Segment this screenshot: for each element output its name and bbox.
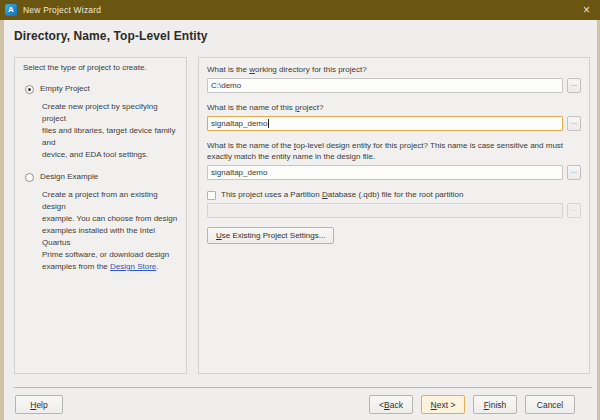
label-part: roject? <box>300 103 324 112</box>
browse-project-name-button[interactable]: ... <box>567 116 581 131</box>
checkbox-unchecked-icon <box>207 191 216 200</box>
project-name-input[interactable]: signaltap_demo <box>207 116 563 131</box>
label-part: What is the name of the <box>207 141 294 150</box>
partition-db-row: ... <box>207 203 581 218</box>
titlebar: A New Project Wizard × <box>0 0 600 20</box>
radio-selected-icon <box>25 85 34 94</box>
radio-unselected-icon <box>25 173 34 182</box>
input-value: signaltap_demo <box>211 119 267 129</box>
partition-db-input <box>207 203 563 218</box>
close-icon[interactable]: × <box>583 4 590 16</box>
working-directory-input[interactable]: C:\demo <box>207 78 563 93</box>
screen: { "window": { "title": "New Project Wiza… <box>0 0 600 420</box>
top-level-entity-row: signaltap_demo ... <box>207 165 581 180</box>
radio-empty-project-label: Empty Project <box>40 84 90 94</box>
quartus-app-icon: A <box>5 4 17 16</box>
project-type-intro: Select the type of project to create. <box>23 63 178 73</box>
input-value: signaltap_demo <box>211 168 267 178</box>
label-part: se Existing Project Settings... <box>222 231 326 241</box>
use-existing-settings-button[interactable]: Use Existing Project Settings... <box>207 227 334 244</box>
next-button[interactable]: Next > <box>421 395 465 414</box>
page-title: Directory, Name, Top-Level Entity <box>14 29 208 43</box>
back-button[interactable]: < Back <box>369 395 413 414</box>
browse-partition-db-button: ... <box>567 203 581 218</box>
cancel-button[interactable]: Cancel <box>525 395 575 414</box>
finish-button[interactable]: Finish <box>473 395 517 414</box>
label-part: atabase (.qdb) file for the root partiti… <box>328 190 464 199</box>
footer-separator <box>14 387 592 388</box>
description-text: Create a project from an existing design… <box>42 190 177 271</box>
design-store-link[interactable]: Design Store <box>110 262 156 271</box>
partition-db-label: This project uses a Partition Database (… <box>221 190 463 200</box>
browse-entity-button[interactable]: ... <box>567 165 581 180</box>
radio-design-example[interactable]: Design Example <box>25 172 178 182</box>
browse-directory-button[interactable]: ... <box>567 78 581 93</box>
working-directory-row: C:\demo ... <box>207 78 581 93</box>
new-project-wizard-dialog: Directory, Name, Top-Level Entity Select… <box>4 20 597 420</box>
text-cursor <box>268 119 269 128</box>
label-part: inish <box>489 400 506 410</box>
label-part: ext > <box>437 400 456 410</box>
label-part: What is the <box>207 65 249 74</box>
quartus-app-icon-glyph: A <box>8 6 14 14</box>
partition-db-checkbox-row[interactable]: This project uses a Partition Database (… <box>207 190 581 200</box>
project-name-label: What is the name of this project? <box>207 102 581 113</box>
label-part: What is the name of this <box>207 103 295 112</box>
project-name-row: signaltap_demo ... <box>207 116 581 131</box>
empty-project-description: Create new project by specifying project… <box>42 101 178 161</box>
project-type-panel: Select the type of project to create. Em… <box>14 57 187 374</box>
label-part: orking directory for this project? <box>255 65 367 74</box>
design-example-description: Create a project from an existing design… <box>42 189 178 273</box>
help-button[interactable]: Help <box>15 395 63 414</box>
label-part: This project uses a Partition <box>221 190 322 199</box>
label-part: ack <box>390 400 403 410</box>
radio-empty-project[interactable]: Empty Project <box>25 84 178 94</box>
top-level-entity-label: What is the name of the top-level design… <box>207 140 581 162</box>
label-part: elp <box>36 400 47 410</box>
radio-design-example-label: Design Example <box>40 172 98 182</box>
project-settings-panel: What is the working directory for this p… <box>198 57 590 374</box>
top-level-entity-input[interactable]: signaltap_demo <box>207 165 563 180</box>
window-title: New Project Wizard <box>23 5 101 15</box>
input-value: C:\demo <box>211 81 241 91</box>
footer-buttons: < Back Next > Finish Cancel <box>369 395 575 414</box>
working-directory-label: What is the working directory for this p… <box>207 64 581 75</box>
description-text-end: . <box>156 262 158 271</box>
